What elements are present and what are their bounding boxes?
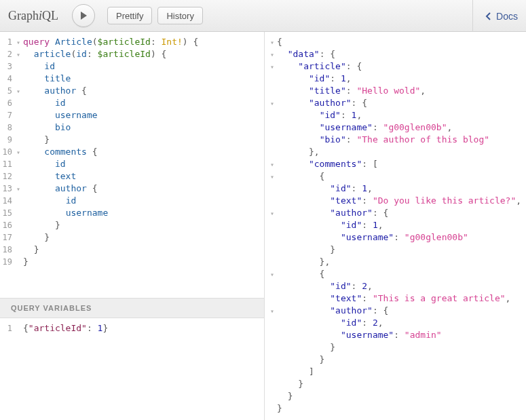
- fold-icon: [16, 73, 23, 85]
- fold-icon[interactable]: ▾: [270, 305, 277, 317]
- docs-button[interactable]: Docs: [472, 0, 518, 32]
- pane-resize-handle[interactable]: [265, 32, 269, 420]
- execute-button[interactable]: [72, 4, 95, 27]
- query-line[interactable]: 14 id: [0, 195, 264, 207]
- query-line[interactable]: 5▾ author {: [0, 85, 264, 97]
- query-line[interactable]: 6 id: [0, 97, 264, 109]
- fold-icon: [270, 220, 277, 231]
- result-line: "username": "admin": [270, 329, 526, 341]
- logo: GraphiQL: [8, 9, 58, 23]
- play-icon: [79, 11, 88, 20]
- vars-line[interactable]: 1 {"articleId": 1}: [0, 322, 264, 335]
- fold-icon[interactable]: ▾: [270, 37, 277, 48]
- result-line: "id": 1,: [270, 73, 526, 85]
- fold-icon: [270, 256, 277, 268]
- fold-icon[interactable]: ▾: [270, 159, 277, 170]
- result-line: ]: [270, 366, 526, 378]
- query-line[interactable]: 19 }: [0, 256, 264, 268]
- toolbar: GraphiQL Prettify History Docs: [0, 0, 526, 32]
- fold-icon[interactable]: ▾: [270, 61, 277, 73]
- fold-icon: [270, 195, 277, 207]
- fold-icon: [16, 98, 23, 109]
- fold-icon: [16, 171, 23, 183]
- result-line: "id": 1,: [270, 109, 526, 121]
- query-line[interactable]: 1▾query Article($articleId: Int!) {: [0, 36, 264, 48]
- fold-icon[interactable]: ▾: [16, 85, 23, 97]
- result-pane[interactable]: ▾{▾ "data": {▾ "article": { "id": 1, "ti…: [265, 32, 526, 420]
- query-line[interactable]: 3 id: [0, 60, 264, 73]
- fold-icon[interactable]: ▾: [270, 49, 277, 60]
- fold-icon[interactable]: ▾: [16, 183, 23, 195]
- fold-icon: [270, 342, 277, 354]
- line-number: 11: [0, 159, 16, 170]
- fold-icon: [270, 330, 277, 341]
- fold-icon: [270, 85, 277, 97]
- fold-icon: [270, 391, 277, 402]
- docs-label: Docs: [496, 11, 518, 22]
- result-line: "title": "Hello wold",: [270, 85, 526, 97]
- fold-icon[interactable]: ▾: [270, 171, 277, 183]
- line-number: 2: [0, 49, 16, 60]
- fold-icon[interactable]: ▾: [270, 98, 277, 109]
- fold-icon: [16, 232, 23, 244]
- line-number: 9: [0, 134, 16, 146]
- fold-icon: [270, 183, 277, 195]
- prettify-button[interactable]: Prettify: [107, 7, 152, 24]
- result-line: ▾ "data": {: [270, 48, 526, 60]
- line-number: 4: [0, 73, 16, 85]
- fold-icon: [16, 134, 23, 146]
- query-line[interactable]: 15 username: [0, 207, 264, 219]
- line-number: 12: [0, 171, 16, 183]
- line-number: 8: [0, 122, 16, 134]
- fold-icon[interactable]: ▾: [270, 269, 277, 280]
- fold-icon[interactable]: ▾: [16, 49, 23, 60]
- result-line: },: [270, 256, 526, 268]
- line-number: 16: [0, 220, 16, 231]
- result-line: ▾{: [270, 36, 526, 48]
- query-line[interactable]: 10▾ comments {: [0, 146, 264, 158]
- fold-icon: [16, 220, 23, 231]
- query-line[interactable]: 11 id: [0, 158, 264, 170]
- query-line[interactable]: 8 bio: [0, 121, 264, 134]
- logo-suffix: QL: [42, 9, 58, 22]
- fold-icon: [16, 244, 23, 256]
- query-line[interactable]: 12 text: [0, 170, 264, 183]
- variables-editor[interactable]: 1 {"articleId": 1}: [0, 318, 264, 420]
- result-line: "text": "Do you like this article?",: [270, 195, 526, 207]
- fold-icon: [270, 73, 277, 85]
- result-line: ▾ "author": {: [270, 305, 526, 317]
- query-line[interactable]: 4 title: [0, 73, 264, 85]
- result-line: },: [270, 146, 526, 158]
- result-line: ▾ "author": {: [270, 207, 526, 219]
- history-button[interactable]: History: [157, 7, 202, 24]
- result-line: }: [270, 354, 526, 366]
- query-line[interactable]: 9 }: [0, 134, 264, 146]
- line-number: 5: [0, 85, 16, 97]
- query-line[interactable]: 13▾ author {: [0, 183, 264, 195]
- fold-icon[interactable]: ▾: [270, 208, 277, 219]
- query-line[interactable]: 7 username: [0, 109, 264, 121]
- query-line[interactable]: 17 }: [0, 231, 264, 244]
- fold-icon: [270, 403, 277, 415]
- fold-icon: [270, 122, 277, 134]
- query-line[interactable]: 16 }: [0, 219, 264, 231]
- result-line: ▾ "article": {: [270, 60, 526, 73]
- main: 1▾query Article($articleId: Int!) {2▾ ar…: [0, 32, 526, 420]
- fold-icon: [270, 232, 277, 244]
- line-number: 7: [0, 110, 16, 121]
- fold-icon: [270, 318, 277, 329]
- line-number: 10: [0, 147, 16, 158]
- fold-icon: [270, 244, 277, 256]
- fold-icon: [16, 122, 23, 134]
- fold-icon: [270, 134, 277, 146]
- query-variables-header[interactable]: QUERY VARIABLES: [0, 298, 264, 318]
- result-line: ▾ {: [270, 268, 526, 280]
- fold-icon[interactable]: ▾: [16, 147, 23, 158]
- fold-icon[interactable]: ▾: [16, 37, 23, 48]
- logo-prefix: Graph: [8, 9, 39, 22]
- query-line[interactable]: 2▾ article(id: $articleId) {: [0, 48, 264, 60]
- result-line: "username": "g00glen00b": [270, 231, 526, 244]
- query-line[interactable]: 18 }: [0, 244, 264, 256]
- line-number: 15: [0, 208, 16, 219]
- query-editor[interactable]: 1▾query Article($articleId: Int!) {2▾ ar…: [0, 32, 264, 298]
